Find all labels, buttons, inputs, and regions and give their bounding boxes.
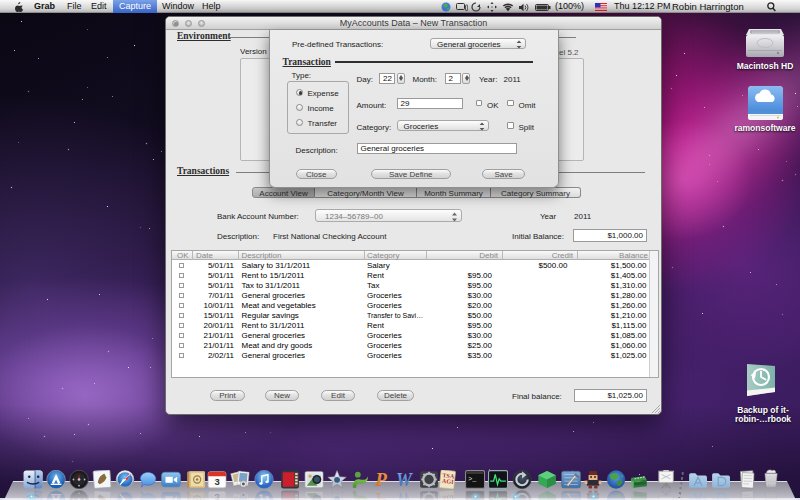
svg-text:W: W	[396, 470, 413, 489]
svg-text:3: 3	[214, 492, 219, 500]
svg-text:AGI: AGI	[442, 478, 455, 485]
svg-text:>_: >_	[468, 475, 477, 483]
svg-text:P: P	[374, 470, 387, 489]
svg-text:W: W	[396, 490, 413, 500]
svg-text:3: 3	[214, 476, 219, 487]
svg-text:AGI: AGI	[442, 494, 455, 500]
svg-text:P: P	[374, 490, 387, 500]
